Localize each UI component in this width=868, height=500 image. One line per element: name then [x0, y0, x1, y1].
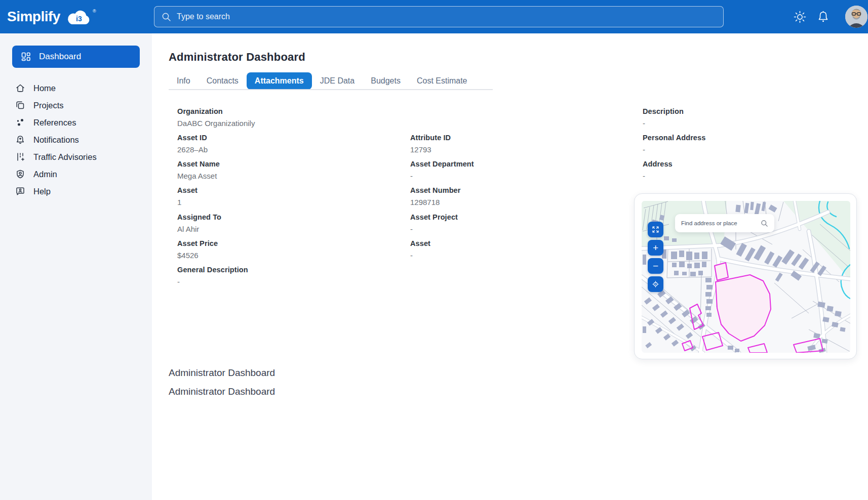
sidebar-item-traffic-advisories[interactable]: Traffic Advisories [0, 148, 152, 165]
field-asset-project: Asset Project - [410, 213, 628, 233]
bell-icon [816, 10, 830, 24]
field-label: Asset Number [410, 186, 628, 194]
field-asset-name: Asset Name Mega Asset [177, 160, 395, 180]
field-asset-department: Asset Department - [410, 160, 628, 180]
sidebar: Dashboard Home [0, 33, 152, 500]
field-asset: Asset 1 [177, 186, 395, 206]
brand-logo[interactable]: Simplify i3 ® [7, 0, 99, 33]
field-asset-id: Asset ID 2628–Ab [177, 134, 395, 154]
sidebar-nav: Home Projects References [0, 79, 152, 200]
sidebar-item-label: Dashboard [39, 52, 81, 62]
avatar-photo-icon [845, 6, 867, 28]
tab-contacts[interactable]: Contacts [199, 72, 247, 90]
references-dots-icon [15, 117, 26, 128]
field-label: Asset Name [177, 160, 395, 168]
field-value: 12793 [410, 145, 628, 154]
field-label: Asset ID [177, 134, 395, 142]
field-value: 1298718 [410, 198, 628, 206]
field-asset-number: Asset Number 1298718 [410, 186, 628, 206]
brand-badge: i3 [76, 15, 82, 23]
sun-icon [793, 10, 807, 24]
brand-cloud-icon: i3 [64, 9, 92, 27]
sidebar-item-label: Traffic Advisories [33, 152, 97, 162]
map-fullscreen-button[interactable] [648, 222, 663, 237]
map-zoom-out-button[interactable]: − [648, 258, 663, 274]
tab-attachments[interactable]: Attachments [247, 72, 312, 90]
field-label: Organization [177, 107, 395, 115]
tab-cost-estimate[interactable]: Cost Estimate [409, 72, 476, 90]
field-value: DaABC Organizationily [177, 119, 395, 128]
tab-info[interactable]: Info [169, 72, 199, 90]
field-label: General Description [177, 266, 395, 274]
zoom-in-icon: + [653, 243, 658, 253]
expand-icon [651, 225, 660, 234]
field-label: Address [643, 160, 860, 168]
global-search-input[interactable]: Type to search [154, 6, 724, 27]
notifications-button[interactable] [815, 9, 831, 24]
field-label: Asset [410, 239, 628, 247]
search-placeholder: Type to search [177, 12, 230, 21]
help-chat-icon [15, 186, 26, 197]
theme-toggle-button[interactable] [792, 9, 807, 24]
sidebar-item-dashboard[interactable]: Dashboard [12, 46, 140, 68]
sidebar-item-label: Home [33, 84, 56, 93]
field-value: - [177, 277, 395, 286]
traffic-road-icon [15, 151, 26, 162]
sidebar-item-references[interactable]: References [0, 114, 152, 131]
sidebar-item-notifications[interactable]: Notifications [0, 131, 152, 148]
magnifier-icon [761, 220, 768, 227]
tab-bar: Info Contacts Attachments JDE Data Budge… [169, 72, 476, 90]
field-value: 1 [177, 198, 395, 206]
field-value: - [643, 172, 860, 180]
map-controls: + − [648, 222, 663, 292]
field-label: Asset Project [410, 213, 628, 221]
field-label: Description [643, 107, 860, 115]
map-locate-button[interactable] [648, 276, 663, 292]
field-label: Asset [177, 186, 395, 194]
sidebar-item-label: Help [33, 187, 51, 196]
sidebar-item-projects[interactable]: Projects [0, 97, 152, 114]
field-address: Address - [643, 160, 860, 180]
field-attribute-id: Attribute ID 12793 [410, 134, 628, 154]
sidebar-item-label: Notifications [33, 135, 79, 145]
page-title: Administrator Dashboard [169, 51, 305, 64]
section-heading: Administrator Dashboard [169, 386, 275, 397]
field-value: 2628–Ab [177, 145, 395, 154]
locate-icon [651, 280, 660, 288]
sidebar-item-label: Projects [33, 101, 64, 110]
user-avatar[interactable] [845, 6, 867, 28]
sidebar-item-help[interactable]: Help [0, 183, 152, 200]
search-icon [162, 12, 171, 22]
field-value: $4526 [177, 251, 395, 260]
sidebar-item-home[interactable]: Home [0, 79, 152, 97]
tab-underline [169, 89, 493, 90]
field-value: Al Ahir [177, 225, 395, 233]
field-description: Description - [643, 107, 860, 128]
dashboard-grid-icon [20, 51, 31, 62]
map-search-placeholder: Find address or place [681, 220, 757, 226]
field-value: - [410, 225, 628, 233]
notification-bell-icon [15, 134, 26, 145]
field-label: Asset Price [177, 239, 395, 247]
field-label: Attribute ID [410, 134, 628, 142]
field-label: Assigned To [177, 213, 395, 221]
field-label: Personal Address [643, 134, 860, 142]
tab-jde-data[interactable]: JDE Data [312, 72, 363, 90]
zoom-out-icon: − [653, 261, 658, 271]
projects-copy-icon [15, 100, 26, 111]
field-personal-address: Personal Address - [643, 134, 860, 154]
field-value: - [643, 119, 860, 128]
field-value: - [410, 251, 628, 260]
field-assigned-to: Assigned To Al Ahir [177, 213, 395, 233]
app-window: Simplify i3 ® Type to search [0, 0, 868, 500]
map-zoom-in-button[interactable]: + [648, 240, 663, 256]
tab-budgets[interactable]: Budgets [363, 72, 409, 90]
map-card: + − [634, 193, 857, 359]
map-search-input[interactable]: Find address or place [675, 214, 774, 232]
map-viewport[interactable]: + − [642, 201, 850, 353]
sidebar-item-label: References [33, 118, 76, 128]
field-label: Asset Department [410, 160, 628, 168]
field-asset-price: Asset Price $4526 [177, 239, 395, 260]
sidebar-item-admin[interactable]: Admin [0, 165, 152, 183]
admin-shield-icon [15, 169, 26, 180]
